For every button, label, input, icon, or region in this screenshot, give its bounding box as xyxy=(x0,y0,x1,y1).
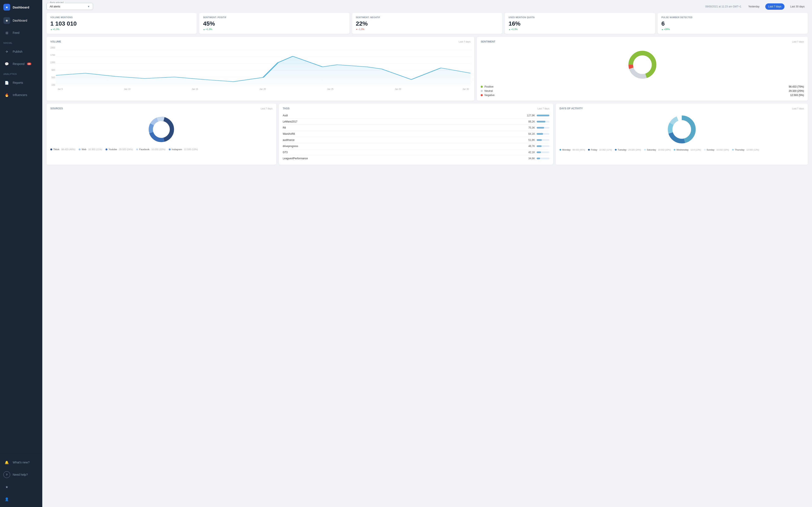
activity-legend: Monday 98.433 (46%) Friday 10.302 (11%) … xyxy=(560,149,804,151)
alerts-dropdown[interactable]: Alerts selected All alerts ▼ xyxy=(47,3,93,10)
legend-item-saturday: Saturday 10.032 (10%) xyxy=(644,149,671,151)
sidebar-item-influencers[interactable]: 🔥 Influencers xyxy=(0,89,42,101)
stat-card-pulse: PULSE NUMBER DETECTED 6 +20% xyxy=(658,13,808,34)
chart-period: Last 7 days xyxy=(261,107,272,110)
tag-row: WantAnR8 64,1K xyxy=(283,131,549,137)
volume-chart-wrapper: 1800 1700 1300 900 500 100 xyxy=(50,46,471,90)
chart-period: Last 7 days xyxy=(538,107,549,110)
legend-label: Instagram xyxy=(172,148,182,151)
friday-dot xyxy=(588,149,590,151)
stat-value: 16% xyxy=(509,20,651,27)
tag-name: R8 xyxy=(283,126,524,129)
y-label: 100 xyxy=(50,84,55,86)
tag-bar-bg xyxy=(537,121,549,122)
sidebar-item-profile[interactable]: 👤 xyxy=(0,493,42,505)
thursday-dot xyxy=(732,149,734,151)
tag-bar-bg xyxy=(537,115,549,116)
legend-dot xyxy=(481,86,483,88)
legend-item-friday: Friday 10.302 (11%) xyxy=(588,149,612,151)
tag-bar-bg xyxy=(537,139,549,141)
tag-value: 88,2K xyxy=(526,120,535,123)
stat-change: +20% xyxy=(662,28,804,31)
stat-card-volume: VOLUME MENTIONS 1 103 010 +1,3% xyxy=(47,13,197,34)
sentiment-donut-chart xyxy=(625,48,659,81)
x-axis-labels: Jan 5 Jan 10 Jan 15 Jan 20 Jan 25 Jan 30… xyxy=(56,88,471,90)
tag-row: LeagueofPerformance 34,6K xyxy=(283,156,549,161)
sidebar-item-respond[interactable]: 💬 Respond 28 xyxy=(0,58,42,70)
sidebar-item-label: Publish xyxy=(13,50,22,53)
legend-label: Youtube xyxy=(109,148,117,151)
tag-bar-bg xyxy=(537,133,549,135)
stat-value: 22% xyxy=(356,20,498,27)
legend-item-facebook: Facebook 10.032 (10%) xyxy=(136,148,165,151)
volume-line-chart xyxy=(56,46,471,88)
legend-label: Thursday xyxy=(735,149,745,151)
saturday-dot xyxy=(644,149,646,151)
sidebar-item-whats-new[interactable]: 🔔 What's new? xyxy=(0,456,42,468)
tag-value: 75,3K xyxy=(526,126,535,129)
sidebar-item-label: Influencers xyxy=(13,93,27,97)
stat-value: 6 xyxy=(662,20,804,27)
volume-chart-card: Volume Last 7 days 1800 1700 1300 900 50… xyxy=(47,37,474,101)
chart-header: Days of activity Last 7 days xyxy=(560,107,804,110)
main-content: Alerts selected All alerts ▼ 09/00/2021 … xyxy=(42,0,812,507)
sidebar-item-label: What's new? xyxy=(13,461,29,464)
sources-donut-area xyxy=(50,113,272,147)
legend-item-youtube: Youtube 29.320 (24%) xyxy=(106,148,133,151)
top-bar: Alerts selected All alerts ▼ 09/00/2021 … xyxy=(42,0,812,13)
sources-donut-chart xyxy=(146,115,176,144)
legend-label: Wednesday xyxy=(677,149,689,151)
sidebar-logo[interactable]: ★ Dashboard xyxy=(0,0,42,14)
help-icon: ? xyxy=(3,471,10,478)
stat-card-negatif: SENTIMENT: NEGATIF 22% -1,3% xyxy=(352,13,502,34)
tuesday-dot xyxy=(615,149,617,151)
chart-period: Last 7 days xyxy=(792,107,804,110)
tags-list: Audi 127,9K LeMans2017 88,2K R8 75,3K Wa… xyxy=(283,113,549,161)
sidebar-item-publish[interactable]: ✈ Publish xyxy=(0,46,42,58)
legend-item-instagram: Instagram 12.593 (13%) xyxy=(169,148,198,151)
yesterday-button[interactable]: Yesterday xyxy=(745,3,763,10)
chevron-down-icon: ▼ xyxy=(87,5,90,8)
tag-row: R8 75,3K xyxy=(283,125,549,131)
legend-value: 98.433 (46%) xyxy=(61,148,75,151)
tag-bar xyxy=(537,121,545,122)
last30days-button[interactable]: Last 30 days xyxy=(787,3,808,10)
respond-icon: 💬 xyxy=(3,60,10,67)
last7days-button[interactable]: Last 7 days xyxy=(765,3,785,10)
sidebar-item-reports[interactable]: 📄 Reports xyxy=(0,76,42,89)
tag-row: driveprogress 48,7K xyxy=(283,143,549,149)
chart-period: Last 7 days xyxy=(792,40,804,43)
legend-label: Sunday xyxy=(707,149,714,151)
tag-row: Audi 127,9K xyxy=(283,113,549,119)
sunday-dot xyxy=(704,149,706,151)
legend-label: Friday xyxy=(591,149,598,151)
stat-card-quota: USED MENTION QUOTA 16% +1,3% xyxy=(505,13,655,34)
chart-title: Sources xyxy=(50,107,63,110)
tag-bar xyxy=(537,133,543,135)
sentiment-legend: Positive 98.433 (70%) Neutral 29.320 (25… xyxy=(481,84,804,97)
sidebar-item-feed[interactable]: ⊞ Feed xyxy=(0,26,42,39)
chart-header: Volume Last 7 days xyxy=(50,40,471,43)
sidebar-item-dashboard[interactable]: ★ Dashboard xyxy=(0,14,42,26)
section-label-social: SOCIAL xyxy=(0,39,42,46)
tag-value: 42,1K xyxy=(526,151,535,154)
publish-icon: ✈ xyxy=(3,48,10,55)
y-label: 1300 xyxy=(50,61,55,64)
stats-row: VOLUME MENTIONS 1 103 010 +1,3% SENTIMEN… xyxy=(42,13,812,37)
sidebar-item-label: Feed xyxy=(13,31,19,35)
legend-dot xyxy=(481,90,483,92)
stat-value: 45% xyxy=(203,20,346,27)
legend-value: 29.320 (24%) xyxy=(119,148,133,151)
legend-item-web: Web 10.302 (11%) xyxy=(79,148,102,151)
tag-value: 48,7K xyxy=(526,145,535,148)
stat-label: PULSE NUMBER DETECTED xyxy=(662,16,804,19)
activity-donut-chart xyxy=(665,113,699,147)
tag-bar xyxy=(537,152,541,153)
instagram-dot xyxy=(169,149,171,150)
legend-item-sunday: Sunday 10.032 (10%) xyxy=(704,149,729,151)
sidebar-item-need-help[interactable]: ? Need help? xyxy=(0,468,42,481)
legend-value: 29.320 (24%) xyxy=(628,149,641,151)
chart-header: Sources Last 7 days xyxy=(50,107,272,110)
sidebar-item-favorites[interactable]: ★ xyxy=(0,481,42,493)
sidebar-bottom: 🔔 What's new? ? Need help? ★ 👤 xyxy=(0,454,42,507)
